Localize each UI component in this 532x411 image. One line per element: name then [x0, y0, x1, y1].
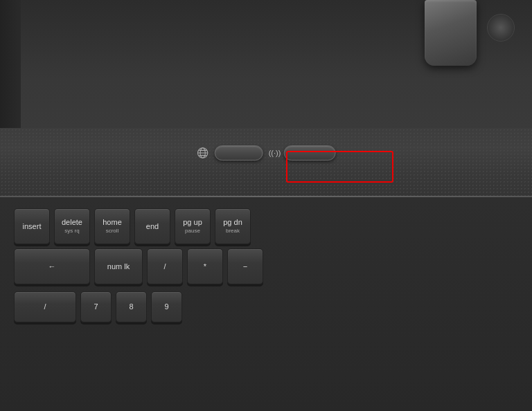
- keyboard-row-1: insert delete sys rq home scroll end pg …: [0, 197, 532, 244]
- numpad-9-key[interactable]: 9: [151, 291, 182, 322]
- numlock-key[interactable]: num lk: [94, 248, 143, 284]
- delete-sysrq-key[interactable]: delete sys rq: [54, 208, 90, 244]
- numpad-7-key[interactable]: 7: [80, 291, 112, 322]
- slider-button-wireless[interactable]: [283, 145, 335, 161]
- home-scroll-key[interactable]: home scroll: [94, 208, 130, 244]
- wireless-button-area: ((·)): [269, 145, 336, 161]
- pgdn-break-key[interactable]: pg dn break: [215, 208, 251, 244]
- keyboard-row-3: / 7 8 9: [0, 289, 532, 322]
- end-key[interactable]: end: [134, 208, 170, 244]
- speaker-grille: [0, 128, 532, 197]
- keyboard-row-2: ← num lk / * −: [0, 248, 532, 284]
- globe-icon-area: [197, 147, 209, 159]
- numpad-8-key[interactable]: 8: [116, 291, 147, 322]
- top-right-circle-button: [487, 14, 515, 42]
- keyboard-area: insert delete sys rq home scroll end pg …: [0, 197, 532, 411]
- laptop-scene: ((·)) insert delete sys rq home scroll e…: [0, 0, 532, 411]
- laptop-lid-area: [0, 0, 532, 131]
- bottom-slash-key[interactable]: /: [14, 291, 76, 322]
- button-strip: ((·)): [197, 145, 336, 161]
- numpad-minus-key[interactable]: −: [227, 248, 263, 284]
- backspace-key[interactable]: ←: [14, 248, 90, 284]
- pgup-pause-key[interactable]: pg up pause: [175, 208, 211, 244]
- slider-button-1[interactable]: [215, 145, 263, 161]
- speaker-strip: ((·)): [0, 128, 532, 197]
- numpad-asterisk-key[interactable]: *: [187, 248, 223, 284]
- numpad-slash-key[interactable]: /: [147, 248, 183, 284]
- hinge-clip: [425, 0, 477, 66]
- insert-key[interactable]: insert: [14, 208, 50, 244]
- wireless-icon: ((·)): [269, 149, 281, 157]
